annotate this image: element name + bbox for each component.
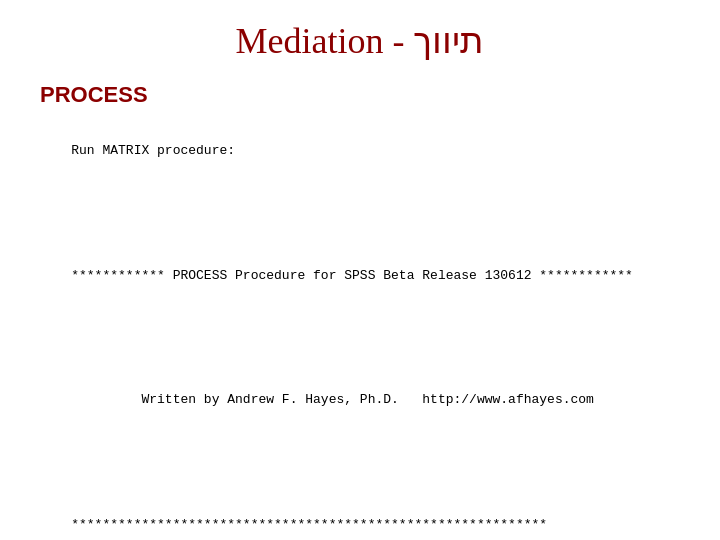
page-title: Mediation - תיווך [40, 20, 680, 62]
process-label: PROCESS [40, 82, 680, 108]
page: Mediation - תיווך PROCESS Run MATRIX pro… [0, 0, 720, 540]
code-content: Run MATRIX procedure: ************ PROCE… [40, 120, 680, 540]
stars-long-line: ****************************************… [71, 517, 547, 532]
stars-procedure-line: ************ PROCESS Procedure for SPSS … [71, 268, 633, 283]
written-by-line: Written by Andrew F. Hayes, Ph.D. http:/… [71, 392, 594, 407]
run-matrix-line: Run MATRIX procedure: [71, 143, 235, 158]
